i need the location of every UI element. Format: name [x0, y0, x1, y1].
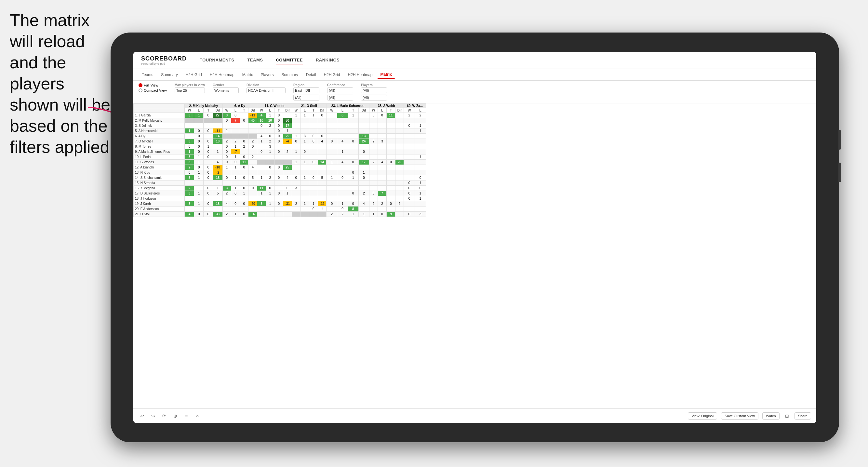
matrix-cell: 4 [248, 165, 257, 170]
matrix-cell [386, 134, 395, 139]
matrix-cell: 0 [348, 201, 359, 207]
compact-view-radio[interactable] [138, 89, 143, 92]
matrix-cell: 2 [359, 191, 369, 196]
matrix-cell [337, 191, 348, 196]
table-row: 12. A Bianchi200-1811040025 [134, 165, 426, 170]
save-custom-btn[interactable]: Save Custom View [721, 412, 758, 419]
matrix-cell [327, 123, 337, 128]
nav-committee[interactable]: COMMITTEE [276, 56, 303, 64]
sub-nav-h2h-heatmap2[interactable]: H2H Heatmap [344, 71, 376, 79]
matrix-cell [266, 212, 275, 217]
matrix-cell [309, 186, 318, 191]
sub-nav-h2h-grid2[interactable]: H2H Grid [320, 71, 343, 79]
gender-label: Gender [213, 83, 239, 87]
matrix-cell: 0 [404, 123, 415, 128]
matrix-cell [292, 207, 301, 212]
layout-icon[interactable]: ≡ [183, 412, 190, 419]
matrix-cell [185, 118, 194, 123]
matrix-cell [369, 196, 378, 201]
matrix-cell: 3 [185, 201, 194, 207]
sub-nav-summary[interactable]: Summary [158, 71, 181, 79]
sub-nav-h2h-grid[interactable]: H2H Grid [182, 71, 205, 79]
nav-teams[interactable]: TEAMS [247, 56, 263, 64]
matrix-cell [248, 207, 257, 212]
sub-l7: L [415, 108, 426, 113]
matrix-cell: 1 [266, 113, 275, 118]
matrix-cell [318, 196, 327, 201]
view-original-btn[interactable]: View: Original [688, 412, 717, 419]
conference-select1[interactable]: (All) [327, 88, 353, 93]
sub-nav-players[interactable]: Players [257, 71, 277, 79]
region-all-select[interactable]: (All) [293, 95, 319, 100]
region-select[interactable]: East - DII (All) [293, 88, 319, 93]
matrix-cell [395, 170, 404, 175]
matrix-cell [318, 149, 327, 154]
max-players-select[interactable]: Top 25 Top 10 Top 50 [175, 88, 205, 93]
sub-nav-teams[interactable]: Teams [138, 71, 156, 79]
matrix-cell: 0 [327, 201, 337, 207]
matrix-cell: 1 [415, 191, 426, 196]
matrix-cell [301, 154, 309, 160]
sub-nav-summary2[interactable]: Summary [278, 71, 301, 79]
matrix-cell [327, 149, 337, 154]
nav-tournaments[interactable]: TOURNAMENTS [200, 56, 234, 64]
matrix-cell [359, 113, 369, 118]
matrix-cell: 0 [309, 207, 318, 212]
share-btn[interactable]: Share [795, 412, 811, 419]
redo-icon[interactable]: ↪ [150, 412, 157, 419]
full-view-option[interactable]: Full View [138, 83, 167, 87]
matrix-cell [395, 128, 404, 134]
sub-nav-matrix2[interactable]: Matrix [377, 71, 395, 79]
table-row: 2. M Kelly Mulcahy070401010050 [134, 118, 426, 123]
matrix-cell [415, 201, 426, 207]
matrix-cell [248, 181, 257, 186]
gender-select[interactable]: Women's Men's [213, 88, 239, 93]
full-view-radio[interactable] [138, 83, 143, 87]
matrix-cell: 1 [185, 128, 194, 134]
matrix-cell: 4 [185, 212, 194, 217]
matrix-cell: 0 [404, 181, 415, 186]
matrix-cell: 1 [348, 212, 359, 217]
table-row: 6. A Dy01440025130013 [134, 134, 426, 139]
matrix-cell [386, 149, 395, 154]
matrix-cell [204, 207, 213, 212]
matrix-cell [415, 170, 426, 175]
compact-view-option[interactable]: Compact View [138, 89, 167, 92]
table-row: 19. J Karrh31018400-20310-31211-12010422… [134, 201, 426, 207]
player-name-cell: 13. N Klug [134, 170, 185, 175]
matrix-cell [257, 154, 266, 160]
players-select2[interactable]: (All) [361, 95, 387, 100]
circle-icon[interactable]: ○ [194, 412, 201, 419]
watch-btn[interactable]: Watch [762, 412, 779, 419]
player-name-cell: 1. J Garcia [134, 113, 185, 118]
matrix-area[interactable]: 2. M Kelly Mulcahy 6. A Dy 11. G Woods 2… [133, 103, 816, 419]
matrix-cell: 2 [266, 123, 275, 128]
matrix-cell [395, 144, 404, 149]
matrix-cell [348, 149, 359, 154]
matrix-cell: 0 [309, 139, 318, 144]
matrix-cell: 0 [231, 191, 240, 196]
undo-icon[interactable]: ↩ [138, 412, 146, 419]
sub-nav-detail[interactable]: Detail [303, 71, 319, 79]
matrix-cell: 14 [213, 134, 222, 139]
add-icon[interactable]: ⊕ [172, 412, 179, 419]
players-select1[interactable]: (All) [361, 88, 387, 93]
matrix-cell: 2 [266, 139, 275, 144]
conference-select2[interactable]: (All) [327, 95, 353, 100]
sub-l2: L [231, 108, 240, 113]
matrix-cell [257, 196, 266, 201]
sub-nav-matrix[interactable]: Matrix [239, 71, 256, 79]
matrix-cell: 0 [266, 186, 275, 191]
matrix-cell: 0 [348, 139, 359, 144]
share-icon[interactable]: ⊞ [783, 412, 790, 419]
nav-rankings[interactable]: RANKINGS [316, 56, 340, 64]
sub-nav-h2h-heatmap[interactable]: H2H Heatmap [207, 71, 238, 79]
refresh-icon[interactable]: ⟳ [161, 412, 168, 419]
table-row: 14. S Srichantamit3101801051204010510100 [134, 175, 426, 181]
matrix-cell [327, 118, 337, 123]
sub-dif4: Dif [318, 108, 327, 113]
division-select[interactable]: NCAA Division II NCAA Division I [247, 88, 285, 93]
matrix-cell [386, 154, 395, 160]
matrix-cell [231, 123, 240, 128]
matrix-cell: -12 [318, 201, 327, 207]
